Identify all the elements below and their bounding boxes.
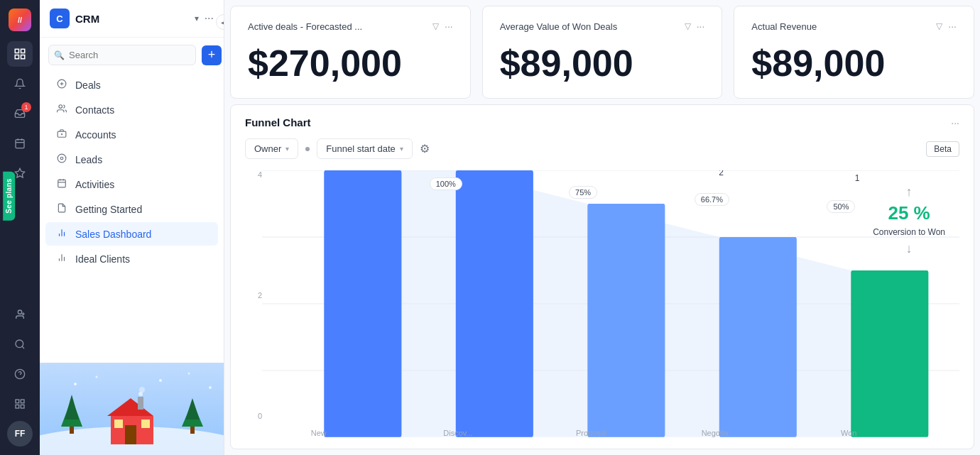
date-dropdown[interactable]: Funnel start date ▾ — [317, 138, 413, 159]
metric-value-actual-revenue: $89,000 — [751, 43, 957, 84]
svg-rect-29 — [58, 180, 66, 187]
sidebar-item-label: Leads — [75, 154, 102, 165]
sidebar: C CRM ▾ ··· ◀ 🔍 + Deals Contacts Account… — [40, 0, 224, 455]
sidebar-app-initial: C — [56, 13, 62, 24]
sidebar-app-icon: C — [50, 9, 70, 28]
contacts-icon — [55, 104, 68, 116]
metric-more-icon[interactable]: ··· — [948, 21, 957, 32]
y-label-2: 2 — [245, 291, 262, 300]
pct-badge-won: 50% — [827, 200, 855, 213]
svg-point-12 — [16, 340, 23, 348]
metric-more-icon[interactable]: ··· — [697, 21, 705, 32]
sidebar-item-ideal-clients[interactable]: Ideal Clients — [45, 247, 218, 270]
activities-icon — [55, 178, 68, 190]
user-avatar[interactable]: FF — [7, 421, 33, 446]
bar-count-won: 1 — [855, 173, 860, 183]
sidebar-item-label: Accounts — [75, 129, 116, 141]
sidebar-more-icon[interactable]: ··· — [205, 12, 214, 25]
svg-rect-16 — [16, 400, 19, 403]
leads-icon — [55, 153, 68, 165]
funnel-separator-dot — [305, 147, 310, 151]
search-wrapper: 🔍 — [48, 45, 196, 65]
sidebar-search-area: 🔍 + — [40, 38, 224, 72]
metric-more-icon[interactable]: ··· — [445, 21, 453, 32]
filter-icon[interactable]: ▽ — [685, 21, 691, 31]
svg-rect-19 — [21, 405, 24, 408]
metric-value-active-deals: $270,000 — [248, 43, 453, 84]
funnel-more-icon[interactable]: ··· — [951, 117, 959, 128]
svg-rect-17 — [21, 400, 24, 403]
date-chevron-icon: ▾ — [400, 145, 403, 153]
metric-value-avg-won: $89,000 — [500, 43, 705, 84]
see-plans-button[interactable]: See plans — [3, 171, 15, 220]
inbox-icon-btn[interactable]: 1 — [7, 101, 33, 126]
app-logo[interactable]: // — [9, 9, 31, 31]
gear-icon[interactable]: ⚙ — [420, 142, 430, 155]
calendar-icon-btn[interactable] — [7, 131, 33, 156]
bar-count-negotiation: 2 — [719, 170, 724, 177]
sidebar-item-deals[interactable]: Deals — [45, 73, 218, 97]
home-icon-btn[interactable] — [7, 41, 33, 67]
metric-card-header: Active deals - Forecasted ... ▽ ··· — [248, 21, 453, 32]
deals-icon — [55, 79, 68, 91]
conversion-arrow-down-icon: ↓ — [906, 241, 913, 256]
sidebar-item-label: Contacts — [75, 104, 114, 116]
y-label-0: 0 — [245, 412, 262, 420]
svg-point-59 — [209, 386, 212, 389]
svg-rect-18 — [16, 405, 19, 408]
filter-icon[interactable]: ▽ — [432, 21, 439, 31]
funnel-header: Funnel Chart ··· — [245, 116, 959, 128]
metrics-row: Active deals - Forecasted ... ▽ ··· $270… — [224, 0, 980, 104]
metric-card-header: Actual Revenue ▽ ··· — [751, 21, 957, 32]
svg-rect-3 — [21, 55, 25, 59]
svg-rect-47 — [114, 420, 123, 428]
logo-symbol: // — [18, 16, 22, 24]
svg-rect-46 — [125, 425, 136, 444]
conversion-panel: ↑ 25 % Conversion to Won ↓ — [873, 185, 945, 256]
svg-point-58 — [188, 373, 190, 375]
inbox-badge: 1 — [21, 102, 31, 112]
x-label-negotiation: Negotia... — [702, 429, 735, 437]
conversion-label: Conversion to Won — [873, 227, 945, 239]
chart-area: 4 2 0 — [245, 170, 959, 437]
sidebar-item-sales-dashboard[interactable]: Sales Dashboard — [45, 222, 218, 246]
notification-icon-btn[interactable] — [7, 71, 33, 97]
pct-badge-proposal: 75% — [569, 186, 597, 199]
x-label-won: Won — [841, 429, 856, 437]
svg-marker-8 — [15, 168, 24, 177]
chart-svg-wrapper: 4 4 3 2 1 100% 75% 66.7% 50% New Discov.… — [262, 170, 959, 437]
x-label-proposal: Proposal — [576, 429, 606, 437]
sidebar-item-accounts[interactable]: Accounts — [45, 123, 218, 146]
funnel-title: Funnel Chart — [245, 116, 951, 128]
sidebar-add-button[interactable]: + — [202, 45, 222, 65]
sidebar-item-leads[interactable]: Leads — [45, 148, 218, 171]
svg-rect-4 — [16, 140, 24, 148]
add-user-icon-btn[interactable] — [7, 302, 33, 327]
funnel-controls: Owner ▾ Funnel start date ▾ ⚙ Beta — [245, 138, 959, 159]
sidebar-item-getting-started[interactable]: Getting Started — [45, 197, 218, 221]
sidebar-item-contacts[interactable]: Contacts — [45, 98, 218, 121]
svg-line-13 — [22, 346, 24, 349]
sidebar-item-activities[interactable]: Activities — [45, 172, 218, 196]
svg-rect-48 — [141, 420, 150, 428]
filter-icon[interactable]: ▽ — [936, 21, 942, 31]
sidebar-item-label: Activities — [75, 179, 114, 190]
grid-icon-btn[interactable] — [7, 391, 33, 417]
icon-bar: // 1 See plans FF — [0, 0, 40, 455]
svg-point-55 — [74, 383, 77, 385]
svg-rect-0 — [15, 49, 18, 53]
metric-card-actual-revenue: Actual Revenue ▽ ··· $89,000 — [734, 6, 974, 99]
pct-badge-negotiation: 66.7% — [695, 193, 729, 206]
svg-point-28 — [60, 157, 63, 160]
owner-chevron-icon: ▾ — [285, 145, 289, 153]
sales-dashboard-icon — [55, 228, 68, 240]
accounts-icon — [55, 128, 68, 141]
sidebar-chevron-icon[interactable]: ▾ — [195, 13, 199, 23]
sidebar-title: CRM — [75, 13, 189, 25]
help-icon-btn[interactable] — [7, 361, 33, 387]
search-input[interactable] — [48, 45, 196, 65]
search-icon-btn[interactable] — [7, 331, 33, 357]
y-label-4: 4 — [245, 170, 262, 179]
conversion-arrow-up-icon: ↑ — [906, 185, 913, 199]
owner-dropdown[interactable]: Owner ▾ — [245, 138, 298, 159]
